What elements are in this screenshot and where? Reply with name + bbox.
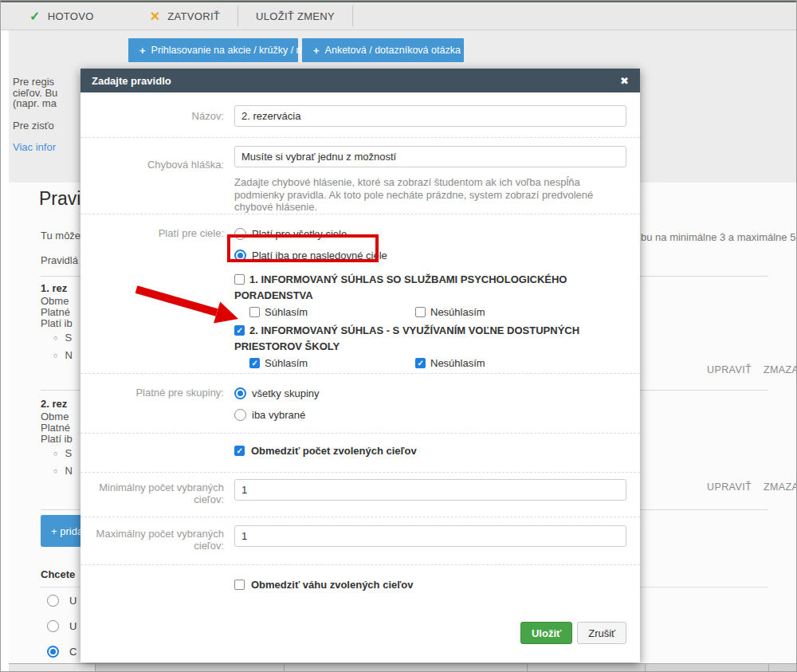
intro-line: cieľov. Bu: [13, 88, 81, 99]
rule-card-line: Platí ib: [41, 317, 73, 329]
groups-all-label: všetky skupiny: [252, 387, 320, 399]
checkbox-unchecked[interactable]: [249, 307, 260, 317]
disagree-label: Nesúhlasím: [430, 357, 485, 369]
bullet-label: N: [65, 465, 72, 477]
agree-label: Súhlasím: [265, 306, 308, 318]
targets-label: Platí pre ciele:: [88, 224, 224, 373]
name-label: Názov:: [88, 105, 224, 137]
option-row[interactable]: C: [47, 646, 77, 658]
targets-all-label: Platí pre všetky ciele: [252, 228, 347, 240]
consent-item-2[interactable]: 2. INFORMOVANÝ SÚHLAS - S VYUŽÍVANÍM VOĽ…: [234, 323, 585, 354]
checkbox-unchecked[interactable]: [234, 580, 245, 590]
limit-weight-row: Obmedziť váhu zvolených cieľov: [80, 565, 640, 607]
rule-card-bullet: ○S: [53, 332, 72, 344]
table-cell-border: [95, 664, 96, 672]
name-row: Názov:: [80, 92, 640, 138]
delete-rule-link[interactable]: ZMAZAŤ: [764, 481, 797, 493]
limit-count-label: Obmedziť počet zvolených cieľov: [251, 445, 417, 457]
option-label: C: [69, 646, 77, 658]
error-message-label: Chybová hláška:: [88, 146, 224, 214]
checkbox-checked[interactable]: [249, 358, 260, 368]
limit-count-row: Obmedziť počet zvolených cieľov: [80, 434, 640, 473]
groups-row: Platné pre skupiny: všetky skupiny iba v…: [80, 374, 640, 434]
disagree-label: Nesúhlasím: [430, 306, 485, 318]
done-label: HOTOVO: [48, 10, 94, 22]
intro-line: Pre regis: [13, 77, 81, 88]
name-input[interactable]: [234, 105, 626, 127]
rule-card-bullet: ○N: [53, 465, 73, 477]
check-icon: ✓: [29, 9, 41, 24]
rule-card-line: Platné: [41, 306, 70, 318]
max-count-input[interactable]: [234, 525, 626, 547]
checkbox-checked[interactable]: [415, 358, 426, 368]
radio-unselected[interactable]: [47, 595, 59, 607]
more-info-link[interactable]: Viac infor: [13, 142, 81, 153]
dialog-footer: Uložiť Zrušiť: [80, 607, 640, 644]
table-cell-border: [645, 664, 646, 672]
bullet-label: S: [65, 447, 72, 459]
bullet-label: N: [65, 349, 72, 361]
max-count-row: Maximálny počet vybraných cieľov:: [80, 517, 640, 565]
radio-selected[interactable]: [234, 387, 246, 399]
table-header-row: [9, 663, 796, 672]
checkbox-checked[interactable]: [234, 446, 245, 456]
option-label: U: [69, 620, 77, 632]
checkbox-checked[interactable]: [234, 325, 245, 336]
limit-weight-label: Obmedziť váhu zvolených cieľov: [251, 579, 413, 591]
limit-count-option[interactable]: Obmedziť počet zvolených cieľov: [234, 445, 626, 457]
dialog-title: Zadajte pravidlo: [92, 75, 620, 87]
groups-some-option[interactable]: iba vybrané: [234, 405, 626, 424]
consent-1-options: Súhlasím Nesúhlasím: [249, 306, 626, 318]
groups-all-option[interactable]: všetky skupiny: [234, 383, 626, 403]
radio-selected[interactable]: [47, 646, 59, 658]
save-button[interactable]: Uložiť: [520, 622, 572, 644]
min-count-row: Minimálny počet vybraných cieľov:: [80, 473, 640, 517]
bullet-icon: ○: [53, 450, 57, 458]
table-cell-border: [527, 664, 528, 672]
min-count-label: Minimálny počet vybraných cieľov:: [88, 479, 224, 517]
option-row[interactable]: U: [47, 595, 77, 607]
rules-subline-right: bu na minimálne 3 a maximálne 5 cie: [641, 231, 797, 243]
close-icon[interactable]: ✖: [620, 75, 629, 87]
cancel-button[interactable]: Zrušiť: [577, 622, 626, 644]
rule-card-line: Platí ib: [41, 433, 73, 445]
close-button[interactable]: ✕ ZATVORIŤ: [132, 2, 238, 29]
survey-question-button[interactable]: + Anketová / dotazníková otázka: [302, 38, 464, 62]
consent-1-disagree[interactable]: Nesúhlasím: [415, 306, 485, 318]
bullet-label: S: [65, 332, 72, 344]
option-row[interactable]: U: [47, 620, 77, 632]
rule-card-line: Platné: [41, 422, 70, 434]
consent-item-1[interactable]: 1. INFORMOVANÝ SÚHLAS SO SLUŽBAMI PSYCHO…: [234, 272, 585, 303]
radio-selected[interactable]: [234, 250, 246, 261]
error-message-input[interactable]: [234, 146, 626, 167]
delete-rule-link[interactable]: ZMAZAŤ: [764, 364, 797, 375]
min-count-input[interactable]: [234, 479, 626, 501]
rule-card-title: 1. rez: [41, 282, 67, 294]
rule-card-title: 2. rez: [41, 398, 67, 410]
intro-text: Pre regis cieľov. Bu (napr. ma Pre zisťo…: [13, 77, 81, 153]
table-header-cell: [9, 664, 95, 672]
save-changes-button[interactable]: ULOŽIŤ ZMENY: [238, 2, 352, 29]
edit-rule-link[interactable]: UPRAVIŤ: [707, 481, 752, 493]
targets-row: Platí pre ciele: Platí pre všetky ciele …: [80, 214, 640, 374]
radio-unselected[interactable]: [47, 620, 59, 632]
signup-actions-button[interactable]: + Prihlasovanie na akcie / krúžky / matu…: [128, 38, 298, 62]
max-count-label: Maximálny počet vybraných cieľov:: [88, 525, 224, 564]
targets-all-option[interactable]: Platí pre všetky ciele: [234, 224, 626, 243]
consent-2-agree[interactable]: Súhlasím: [249, 357, 415, 369]
limit-weight-option[interactable]: Obmedziť váhu zvolených cieľov: [234, 579, 626, 591]
checkbox-unchecked[interactable]: [234, 274, 245, 285]
targets-selected-option[interactable]: Platí iba pre nasledovné ciele: [234, 246, 626, 265]
consent-list: 1. INFORMOVANÝ SÚHLAS SO SLUŽBAMI PSYCHO…: [234, 272, 626, 369]
radio-unselected[interactable]: [234, 409, 246, 421]
rule-card-bullet: ○N: [53, 349, 73, 361]
edit-rule-link[interactable]: UPRAVIŤ: [707, 364, 752, 375]
error-help-text: Zadajte chybové hlásenie, ktoré sa zobra…: [234, 176, 626, 214]
consent-1-agree[interactable]: Súhlasím: [249, 306, 415, 318]
checkbox-unchecked[interactable]: [415, 307, 426, 317]
consent-1-label: 1. INFORMOVANÝ SÚHLAS SO SLUŽBAMI PSYCHO…: [234, 273, 567, 301]
radio-unselected[interactable]: [234, 228, 246, 240]
question-label: Chcete: [41, 568, 75, 580]
done-button[interactable]: ✓ HOTOVO: [12, 2, 112, 29]
consent-2-disagree[interactable]: Nesúhlasím: [415, 357, 485, 369]
